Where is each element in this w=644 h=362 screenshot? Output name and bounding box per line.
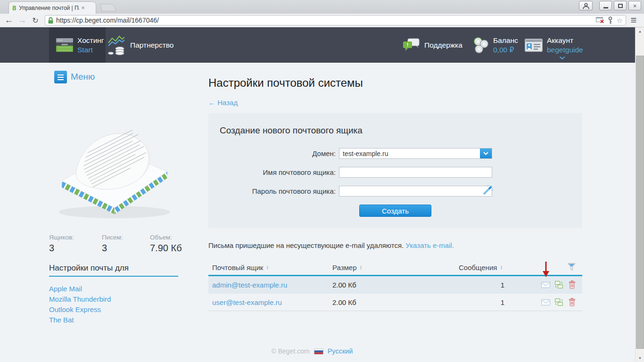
mailbox-password-label: Пароль почтового ящика: [208, 186, 336, 197]
scroll-down-icon[interactable]: ▼ [636, 354, 644, 362]
russian-flag-icon [314, 348, 323, 354]
window-controls: × [579, 1, 641, 10]
link-the-bat[interactable]: The Bat [49, 316, 74, 324]
column-header-messages[interactable]: Сообщения ▲▼ [459, 263, 503, 272]
account-chevron-down-icon[interactable] [559, 56, 565, 60]
nav-balance[interactable]: Баланс 0,00 ₽ [473, 27, 518, 63]
open-mailbox-icon[interactable] [541, 282, 550, 288]
nav-support[interactable]: ! Поддержка [403, 27, 462, 63]
column-header-size[interactable]: Размер ▲▼ [332, 263, 363, 272]
move-messages-icon[interactable] [555, 298, 563, 306]
key-icon[interactable] [608, 16, 612, 24]
language-link[interactable]: Русский [328, 347, 353, 355]
nav-support-label: Поддержка [424, 41, 462, 50]
create-mailbox-heading: Создание нового почтового ящика [220, 125, 363, 136]
account-card-icon [525, 39, 543, 52]
address-bar[interactable]: https://cp.beget.com/mail/1667046/ ☆ [45, 15, 626, 25]
link-apple-mail[interactable]: Apple Mail [49, 285, 82, 293]
close-button[interactable]: × [628, 1, 641, 10]
domain-label: Домен: [208, 148, 336, 159]
domain-select[interactable]: test-example.ru [339, 148, 492, 159]
browser-menu-icon[interactable]: ≡ [627, 14, 640, 27]
mail-setup-heading: Настройки почты для [49, 263, 129, 273]
close-icon: × [633, 2, 637, 9]
nav-hosting-plan: Start [77, 45, 104, 55]
nav-account[interactable]: Аккаунт begetguide [525, 27, 583, 63]
mail-letter-illustration [49, 107, 179, 223]
nav-balance-value: 0,00 ₽ [493, 45, 518, 55]
browser-tab[interactable]: 8 Управление почтой | Пан × [8, 1, 96, 14]
link-outlook-express[interactable]: Outlook Express [49, 305, 101, 313]
mailbox-messages-count: 1 [497, 298, 504, 306]
mailbox-size: 2.00 Кб [332, 281, 356, 289]
mailbox-email-link[interactable]: user@test-example.ru [212, 298, 282, 306]
new-tab-button[interactable] [99, 4, 116, 11]
maximize-button[interactable] [614, 1, 627, 10]
mailbox-password-input[interactable] [339, 186, 492, 197]
tab-close-icon[interactable]: × [81, 4, 85, 11]
filter-funnel-icon[interactable] [568, 263, 576, 271]
create-mailbox-panel: Создание нового почтового ящика Домен: t… [208, 113, 582, 228]
scrollbar-thumb[interactable] [636, 56, 644, 349]
minimize-button[interactable] [599, 1, 612, 10]
menu-label[interactable]: Меню [71, 72, 95, 82]
browser-titlebar: 8 Управление почтой | Пан × × [0, 0, 644, 14]
select-dropdown-button[interactable] [480, 148, 492, 158]
specify-email-link[interactable]: Указать e-mail. [405, 241, 454, 249]
stat-letters-value: 3 [102, 243, 107, 254]
https-lock-icon [48, 17, 53, 24]
nav-balance-label: Баланс [493, 36, 518, 45]
page-scrollbar[interactable]: ▲ ▼ [635, 27, 644, 362]
open-mailbox-icon[interactable] [541, 299, 550, 305]
stat-letters-label: Писем: [102, 234, 123, 241]
page-content: www Хостинг Start [0, 27, 644, 362]
generate-password-wand-icon[interactable] [482, 185, 493, 196]
top-navigation: www Хостинг Start [0, 27, 635, 63]
profile-icon[interactable] [579, 1, 593, 10]
stat-volume-label: Объем: [150, 234, 172, 241]
delete-mailbox-icon[interactable] [569, 298, 575, 306]
browser-window: 8 Управление почтой | Пан × × ← → ↻ [0, 0, 644, 362]
sort-icon[interactable]: ▲▼ [266, 265, 269, 270]
delete-mailbox-icon[interactable] [569, 280, 575, 289]
nav-hosting-label: Хостинг [77, 36, 104, 45]
address-bar-icons: ☆ [596, 16, 623, 24]
move-messages-icon[interactable] [555, 281, 563, 288]
svg-text:www: www [61, 43, 68, 46]
page-title: Настройки почтовой системы [208, 76, 363, 90]
column-header-mailbox[interactable]: Почтовый ящик ▲▼ [212, 263, 269, 272]
popup-blocked-icon[interactable] [596, 17, 604, 24]
notice-text-row: Письма пришедшие на несуществующие e-mai… [208, 241, 454, 249]
reload-button[interactable]: ↻ [29, 14, 41, 27]
support-chat-icon: ! [403, 38, 420, 52]
nav-account-label: Аккаунт [547, 36, 583, 45]
nav-partnership[interactable]: Партнерство [107, 27, 173, 63]
back-button[interactable]: ← [3, 14, 15, 27]
sort-icon[interactable]: ▲▼ [360, 265, 363, 270]
scroll-up-icon[interactable]: ▲ [636, 27, 644, 35]
table-row: admin@test-example.ru 2.00 Кб 1 [208, 276, 582, 294]
browser-toolbar: ← → ↻ https://cp.beget.com/mail/1667046/… [0, 14, 644, 27]
nav-account-name: begetguide [547, 45, 583, 55]
mailbox-size: 2.00 Кб [332, 298, 356, 306]
bookmark-star-icon[interactable]: ☆ [617, 17, 623, 24]
select-chevron-down-icon [483, 152, 488, 155]
create-button[interactable]: Создать [359, 205, 431, 217]
forward-button[interactable]: → [16, 14, 28, 27]
sort-icon[interactable]: ▲▼ [500, 265, 503, 270]
notice-text: Письма пришедшие на несуществующие e-mai… [208, 241, 404, 249]
mailbox-email-link[interactable]: admin@test-example.ru [212, 281, 287, 289]
menu-button[interactable] [54, 71, 67, 83]
stat-volume-value: 7.90 Кб [150, 243, 182, 254]
link-mozilla-thunderbird[interactable]: Mozilla Thunderbird [49, 295, 111, 303]
nav-partnership-label: Партнерство [130, 41, 173, 50]
nav-hosting[interactable]: www Хостинг Start [49, 27, 106, 63]
mailbox-name-input[interactable] [339, 167, 492, 178]
svg-text:!: ! [407, 42, 409, 48]
back-link[interactable]: ← Назад [208, 99, 238, 107]
domain-selected-value: test-example.ru [339, 150, 480, 157]
site-favicon-icon: 8 [12, 4, 16, 12]
minimize-icon [603, 7, 608, 8]
url-text[interactable]: https://cp.beget.com/mail/1667046/ [56, 16, 596, 24]
partnership-chart-coins-icon [107, 35, 125, 55]
